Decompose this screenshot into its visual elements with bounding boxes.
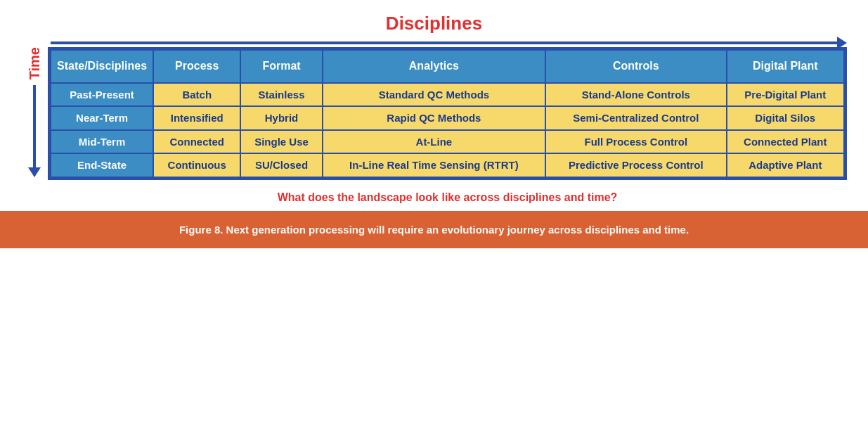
table-row: Near-TermIntensifiedHybridRapid QC Metho… [51,106,844,130]
disciplines-table: State/Disciplines Process Format Analyti… [50,49,845,178]
row-digital-2: Connected Plant [727,130,844,154]
chart-area: State/Disciplines Process Format Analyti… [48,41,847,180]
row-analytics-0: Standard QC Methods [323,83,545,107]
row-process-3: Continuous [153,153,240,177]
row-process-0: Batch [153,83,240,107]
row-label-2: Mid-Term [51,130,153,154]
row-format-1: Hybrid [240,106,322,130]
row-digital-0: Pre-Digital Plant [727,83,844,107]
row-controls-0: Stand-Alone Controls [545,83,726,107]
disciplines-arrow-row [48,41,847,44]
header-digital: Digital Plant [727,50,844,83]
row-label-3: End-State [51,153,153,177]
row-digital-1: Digital Silos [727,106,844,130]
time-arrow-line [33,85,36,169]
footer-bar: Figure 8. Next generation processing wil… [0,211,868,248]
row-format-0: Stainless [240,83,322,107]
disciplines-arrow [51,41,840,44]
header-analytics: Analytics [323,50,545,83]
row-process-1: Intensified [153,106,240,130]
header-row: State/Disciplines Process Format Analyti… [51,50,844,83]
row-format-2: Single Use [240,130,322,154]
main-grid: State/Disciplines Process Format Analyti… [48,47,847,180]
row-format-3: SU/Closed [240,153,322,177]
main-container: Disciplines Time State/Disciplines Proce… [0,0,868,204]
row-label-0: Past-Present [51,83,153,107]
page-title: Disciplines [21,13,847,34]
header-state: State/Disciplines [51,50,153,83]
time-label: Time [27,47,43,79]
row-controls-2: Full Process Control [545,130,726,154]
row-analytics-2: At-Line [323,130,545,154]
row-process-2: Connected [153,130,240,154]
row-analytics-1: Rapid QC Methods [323,106,545,130]
header-process: Process [153,50,240,83]
bottom-question: What does the landscape look like across… [21,191,847,204]
time-axis: Time [21,41,48,180]
row-controls-1: Semi-Centralized Control [545,106,726,130]
table-row: Mid-TermConnectedSingle UseAt-LineFull P… [51,130,844,154]
header-format: Format [240,50,322,83]
row-label-1: Near-Term [51,106,153,130]
row-digital-3: Adaptive Plant [727,153,844,177]
row-analytics-3: In-Line Real Time Sensing (RTRT) [323,153,545,177]
table-row: Past-PresentBatchStainlessStandard QC Me… [51,83,844,107]
row-controls-3: Predictive Process Control [545,153,726,177]
header-controls: Controls [545,50,726,83]
table-row: End-StateContinuousSU/ClosedIn-Line Real… [51,153,844,177]
